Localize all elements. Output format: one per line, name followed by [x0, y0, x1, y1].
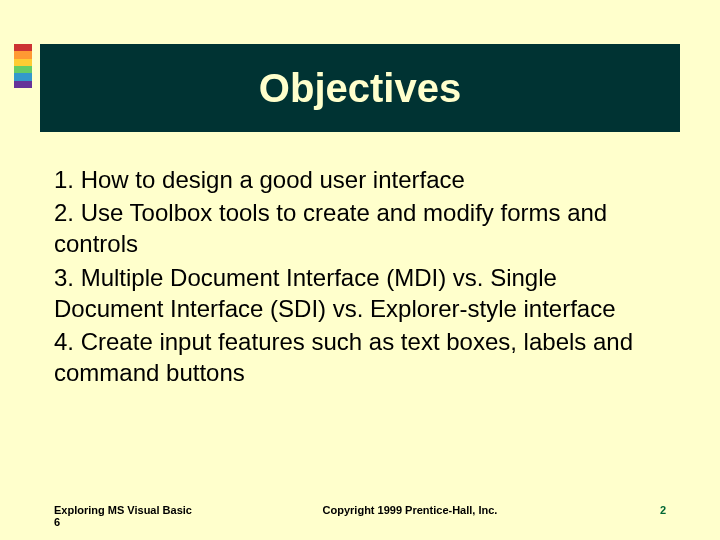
- list-item: 4. Create input features such as text bo…: [54, 326, 666, 388]
- list-text: Use Toolbox tools to create and modify f…: [54, 199, 607, 257]
- footer-left: Exploring MS Visual Basic 6: [54, 504, 194, 528]
- accent-strip: [14, 44, 32, 88]
- slide-footer: Exploring MS Visual Basic 6 Copyright 19…: [54, 504, 666, 528]
- list-text: How to design a good user interface: [81, 166, 465, 193]
- list-text: Create input features such as text boxes…: [54, 328, 633, 386]
- list-item: 1. How to design a good user interface: [54, 164, 666, 195]
- list-text: Multiple Document Interface (MDI) vs. Si…: [54, 264, 616, 322]
- accent-bar-4: [14, 73, 32, 80]
- accent-bar-2: [14, 59, 32, 66]
- footer-page-number: 2: [626, 504, 666, 516]
- footer-center: Copyright 1999 Prentice-Hall, Inc.: [194, 504, 626, 516]
- list-number: 2.: [54, 199, 74, 226]
- objectives-list: 1. How to design a good user interface 2…: [54, 164, 666, 390]
- accent-bar-3: [14, 66, 32, 73]
- slide-title: Objectives: [259, 66, 461, 111]
- title-bar: Objectives: [40, 44, 680, 132]
- list-item: 3. Multiple Document Interface (MDI) vs.…: [54, 262, 666, 324]
- list-item: 2. Use Toolbox tools to create and modif…: [54, 197, 666, 259]
- accent-bar-0: [14, 44, 32, 51]
- list-number: 3.: [54, 264, 74, 291]
- list-number: 4.: [54, 328, 74, 355]
- accent-bar-5: [14, 81, 32, 88]
- accent-bar-1: [14, 51, 32, 58]
- list-number: 1.: [54, 166, 74, 193]
